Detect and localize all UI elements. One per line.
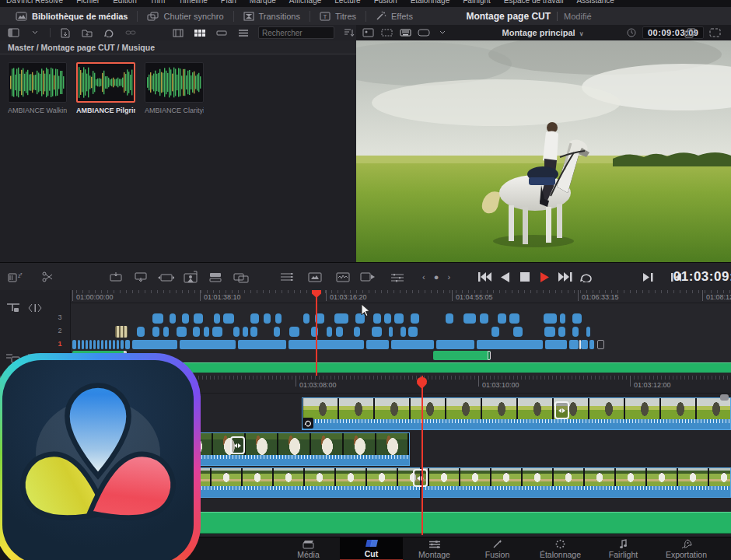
timeline-clip[interactable] <box>113 340 115 349</box>
timeline-clip[interactable] <box>152 313 163 324</box>
play-button[interactable] <box>537 268 554 285</box>
timeline-clip[interactable] <box>373 313 381 324</box>
lower-playhead[interactable] <box>421 376 423 535</box>
media-clip[interactable]: AMBIANCE Walkin... <box>8 62 67 114</box>
fast-forward-button[interactable] <box>557 268 574 285</box>
timeline-clip[interactable] <box>132 340 177 349</box>
timeline-zoom-handle[interactable] <box>720 394 729 401</box>
close-up-icon[interactable] <box>182 268 199 285</box>
timeline-clip[interactable] <box>509 313 519 324</box>
audio-trim-icon[interactable] <box>334 268 352 285</box>
timeline-clip[interactable] <box>101 340 103 349</box>
thumbnail-view-icon[interactable] <box>193 26 207 39</box>
menu-item[interactable]: Étalonnage <box>411 0 450 5</box>
menu-item[interactable]: Lecture <box>334 0 360 5</box>
menu-item[interactable]: Trim <box>150 0 166 5</box>
timeline-clip[interactable] <box>180 340 236 349</box>
chevron-down-icon[interactable] <box>435 26 449 39</box>
menu-item[interactable]: Espace de travail <box>504 0 564 5</box>
timeline-clip[interactable] <box>117 340 119 349</box>
timeline-clip[interactable] <box>289 327 299 337</box>
timeline-clip[interactable] <box>581 340 588 349</box>
menu-item[interactable]: Plan <box>221 0 236 5</box>
timeline-clip[interactable] <box>125 340 130 349</box>
search-input[interactable] <box>258 26 334 39</box>
menu-item[interactable]: Édition <box>113 0 137 5</box>
timeline-clip[interactable] <box>82 340 84 349</box>
timeline-clip[interactable] <box>194 313 203 324</box>
music-track-bar[interactable] <box>179 512 731 534</box>
timeline-clip[interactable] <box>391 340 434 349</box>
timeline-clip[interactable] <box>152 327 159 337</box>
lib-tab-2[interactable]: Transitions <box>234 7 310 25</box>
clip-handle[interactable] <box>488 351 491 360</box>
timeline-clip[interactable] <box>137 327 145 337</box>
timeline-clip[interactable] <box>86 340 88 349</box>
timeline-selector[interactable]: Montage principal∨ <box>473 28 613 37</box>
grab-still-icon[interactable] <box>683 26 697 39</box>
timeline-clip[interactable] <box>105 340 107 349</box>
page-tab-média[interactable]: Média <box>277 537 340 560</box>
timeline-clip[interactable] <box>477 340 543 349</box>
tools-icon[interactable] <box>389 268 406 285</box>
menu-item[interactable]: DaVinci Resolve <box>6 0 63 5</box>
play-reverse-button[interactable] <box>496 268 513 285</box>
timeline-clip[interactable] <box>204 327 209 337</box>
menu-item[interactable]: Fichier <box>76 0 100 5</box>
timeline-clip[interactable] <box>182 313 189 324</box>
media-clip[interactable]: AMBIANCE Pilgrim... <box>76 62 135 114</box>
page-tab-exportation[interactable]: Exportation <box>655 537 718 560</box>
trim-edit-marker[interactable] <box>230 436 245 454</box>
timeline-clip[interactable] <box>336 327 343 337</box>
retime-badge[interactable] <box>303 418 313 429</box>
overwrite-icon[interactable] <box>132 268 149 285</box>
jog-control[interactable]: ‹ ● › <box>422 263 453 291</box>
page-tab-fusion[interactable]: Fusion <box>466 537 529 560</box>
chevron-down-icon[interactable] <box>28 26 42 39</box>
timeline-clip[interactable] <box>243 327 248 337</box>
go-to-start-button[interactable] <box>476 268 493 285</box>
timeline-clip[interactable] <box>275 313 282 324</box>
viewer[interactable] <box>356 40 731 262</box>
place-on-top-icon[interactable] <box>207 268 224 285</box>
expand-icon[interactable] <box>708 26 722 39</box>
timeline-clip[interactable] <box>446 313 453 324</box>
insert-icon[interactable] <box>107 268 124 285</box>
menu-item[interactable]: Fairlight <box>463 0 491 5</box>
page-tab-montage[interactable]: Montage <box>403 537 466 560</box>
relink-icon[interactable] <box>124 26 138 39</box>
timeline-clip[interactable] <box>389 327 393 337</box>
track-number-2[interactable]: 2 <box>53 327 67 334</box>
audio-clip-thumbnail[interactable] <box>76 62 135 103</box>
ripple-overwrite-icon[interactable] <box>157 268 174 285</box>
menu-item[interactable]: Assistance <box>577 0 614 5</box>
import-file-icon[interactable] <box>58 26 72 39</box>
timeline-clip[interactable] <box>545 340 567 349</box>
timeline-clip[interactable] <box>394 313 404 324</box>
split-icon[interactable] <box>39 268 56 285</box>
lib-tab-0[interactable]: Bibliothèque de médias <box>6 7 137 25</box>
timeline-clip[interactable] <box>303 313 310 324</box>
timeline-clip[interactable] <box>569 340 579 349</box>
timeline-clip[interactable] <box>250 313 259 324</box>
media-clip[interactable]: AMBIANCE Clarityi... <box>145 62 204 114</box>
trim-edit-marker[interactable] <box>554 401 569 419</box>
timeline-clip[interactable] <box>544 327 555 337</box>
timeline-clip[interactable] <box>327 327 332 337</box>
timeline-clip[interactable] <box>384 313 391 324</box>
timeline-clip[interactable] <box>558 327 565 337</box>
timeline-clip[interactable] <box>72 340 76 349</box>
track-number-3[interactable]: 3 <box>53 313 67 321</box>
stop-button[interactable] <box>516 268 533 285</box>
timeline-clip[interactable] <box>366 340 389 349</box>
timeline-clip[interactable] <box>408 327 418 337</box>
timeline-clip[interactable] <box>121 340 124 349</box>
timeline-clip[interactable] <box>193 327 200 337</box>
timeline-clip[interactable] <box>97 340 100 349</box>
timeline-clip[interactable] <box>400 327 406 337</box>
timeline-clip[interactable] <box>572 313 582 324</box>
timeline-clip[interactable] <box>233 327 240 337</box>
timeline-clip[interactable] <box>436 340 474 349</box>
list-view-icon[interactable] <box>236 26 250 39</box>
page-tab-cut[interactable]: Cut <box>340 537 403 560</box>
